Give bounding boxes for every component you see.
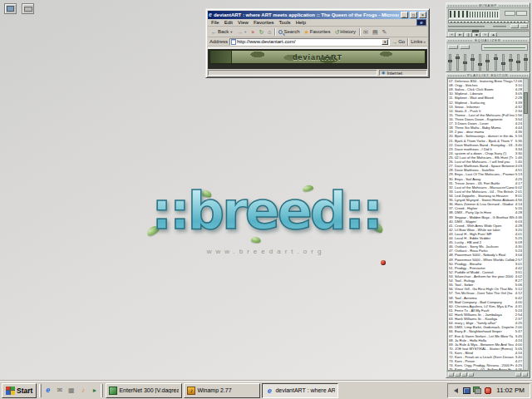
network-status-icon[interactable]	[473, 387, 481, 395]
add-button[interactable]	[448, 372, 454, 377]
toolbar-separator	[274, 28, 275, 36]
deviantart-logo-text: deviantART	[293, 53, 342, 62]
links-bar[interactable]: Links »	[411, 39, 426, 45]
eq-band-slider[interactable]	[464, 54, 466, 71]
media-player-quicklaunch-icon[interactable]: ►	[89, 385, 100, 397]
refresh-button[interactable]: ↻	[257, 28, 265, 36]
task-button-ie-deviantart[interactable]: e deviantART : where ART m...	[262, 383, 338, 398]
stop-button[interactable]: ×	[249, 28, 256, 36]
eq-band-slider[interactable]	[525, 54, 527, 71]
maximize-button[interactable]: □	[410, 12, 417, 18]
toolbar-drag-handle[interactable]	[39, 384, 42, 397]
ie-throbber-icon: e	[416, 19, 426, 26]
eq-band-slider[interactable]	[495, 54, 497, 71]
display-settings-icon[interactable]	[462, 387, 470, 395]
winamp-quicklaunch-icon[interactable]: ♪	[77, 385, 88, 397]
sort-button[interactable]	[522, 372, 528, 377]
eq-pl-toggle-buttons[interactable]	[510, 24, 528, 28]
eq-band-slider[interactable]	[502, 54, 505, 71]
folder-glyph	[22, 3, 34, 14]
eq-preamp-slider[interactable]	[449, 54, 451, 71]
back-icon: ←	[211, 29, 217, 35]
print-button[interactable]: ▤	[371, 28, 380, 36]
eq-band-slider[interactable]	[479, 54, 481, 71]
favorites-star-icon: ★	[304, 29, 309, 35]
deviantart-banner[interactable]: deviantART	[209, 50, 426, 64]
history-icon: ↺	[334, 29, 339, 35]
winamp-playlist-window: PLAYLIST EDITOR 07. Delerious B50 - feat…	[446, 72, 530, 378]
playlist-scrollbar[interactable]	[523, 79, 528, 370]
eq-on-auto-buttons[interactable]	[448, 45, 470, 49]
ie-window: e deviantART : where ART meets applicati…	[205, 8, 430, 78]
eq-band-slider[interactable]	[471, 54, 474, 71]
my-documents-icon[interactable]	[22, 3, 36, 17]
list-button[interactable]	[515, 372, 521, 377]
misc-button[interactable]	[468, 372, 474, 377]
print-icon: ▤	[372, 29, 378, 35]
back-button[interactable]: ← Back ▼	[209, 28, 234, 36]
links-chevron-icon: »	[423, 39, 426, 45]
ie-icon: e	[265, 387, 273, 395]
spectrum-analyzer	[470, 12, 498, 17]
menu-item[interactable]: Tools	[277, 20, 293, 25]
enternet-icon	[109, 387, 117, 395]
search-button[interactable]: Search	[277, 28, 301, 35]
globe-icon: ◉	[382, 71, 385, 75]
refresh-icon: ↻	[259, 29, 264, 35]
start-button[interactable]: Start	[2, 383, 37, 398]
computer-glyph	[4, 3, 17, 14]
mail-button[interactable]: ✉	[362, 28, 370, 36]
volume-slider[interactable]	[448, 26, 485, 27]
eq-band-slider[interactable]	[510, 54, 512, 71]
close-button[interactable]: ×	[419, 12, 426, 18]
eq-curve-display	[481, 44, 528, 51]
select-button[interactable]	[461, 372, 467, 377]
remove-button[interactable]	[455, 372, 461, 377]
eq-band-slider[interactable]	[517, 54, 520, 71]
address-input[interactable]: http://www.deviantart.com/ ▼	[229, 38, 390, 46]
eq-band-slider[interactable]	[486, 54, 489, 71]
menu-item[interactable]: Favorites	[251, 20, 277, 25]
eq-band-slider[interactable]	[456, 54, 459, 71]
favorites-button[interactable]: ★ Favorites	[303, 28, 332, 36]
zone-label: Internet	[387, 71, 402, 76]
home-button[interactable]: ⌂	[266, 28, 273, 36]
ie-quicklaunch-icon[interactable]: e	[42, 385, 53, 397]
menu-item[interactable]: File	[209, 20, 222, 25]
quick-launch-bar: e ✉ ▦ ♪ ►	[38, 384, 104, 397]
task-button-enternet[interactable]: EnterNet 300 [V.dagrear]	[106, 383, 182, 398]
show-desktop-icon[interactable]: ▦	[66, 385, 76, 397]
mail-quicklaunch-icon[interactable]: ✉	[54, 385, 65, 397]
ie-titlebar[interactable]: e deviantART : where ART meets applicati…	[208, 11, 427, 19]
go-button[interactable]: → Go	[392, 39, 405, 45]
scrollbar-thumb[interactable]	[524, 92, 528, 114]
ie-logo-icon: e	[209, 12, 212, 18]
volume-icon[interactable]	[451, 387, 460, 395]
antivirus-icon[interactable]	[484, 387, 492, 395]
balance-slider[interactable]	[493, 26, 506, 27]
seek-bar[interactable]	[448, 29, 529, 32]
menu-item[interactable]: Edit	[222, 20, 235, 25]
ie-menubar: FileEditViewFavoritesToolsHelp e	[208, 19, 427, 27]
edit-button[interactable]: ✎	[381, 28, 389, 36]
history-button[interactable]: ↺ History	[332, 28, 357, 36]
menu-item[interactable]: View	[235, 20, 251, 25]
winamp-equalizer-window: EQUALIZER	[446, 37, 530, 72]
playlist-item[interactable]: 75. Korn - (Issues) - 02 - Falling Away …	[449, 367, 523, 370]
playlist: 07. Delerious B50 - featuring Brew Thugs…	[448, 79, 523, 370]
song-title-ticker	[448, 20, 529, 23]
address-label: Address	[209, 39, 228, 44]
menu-items: FileEditViewFavoritesToolsHelp	[209, 20, 308, 25]
task-button-winamp[interactable]: ♪ Winamp 2.77	[184, 383, 260, 398]
menu-item[interactable]: Help	[293, 20, 308, 25]
forward-dropdown-icon[interactable]: ▼	[244, 29, 247, 35]
banner-art-graphic	[210, 51, 232, 63]
back-dropdown-icon[interactable]: ▼	[229, 29, 233, 35]
system-tray: 11:02 PM	[447, 383, 530, 398]
toolbar-drag-handle[interactable]	[101, 384, 103, 397]
address-dropdown-button[interactable]: ▼	[382, 39, 388, 45]
forward-button[interactable]: → ▼	[235, 28, 249, 36]
minimize-button[interactable]: _	[401, 12, 408, 18]
my-computer-icon[interactable]	[4, 3, 18, 17]
winamp-title-text: WINAMP	[479, 3, 497, 7]
